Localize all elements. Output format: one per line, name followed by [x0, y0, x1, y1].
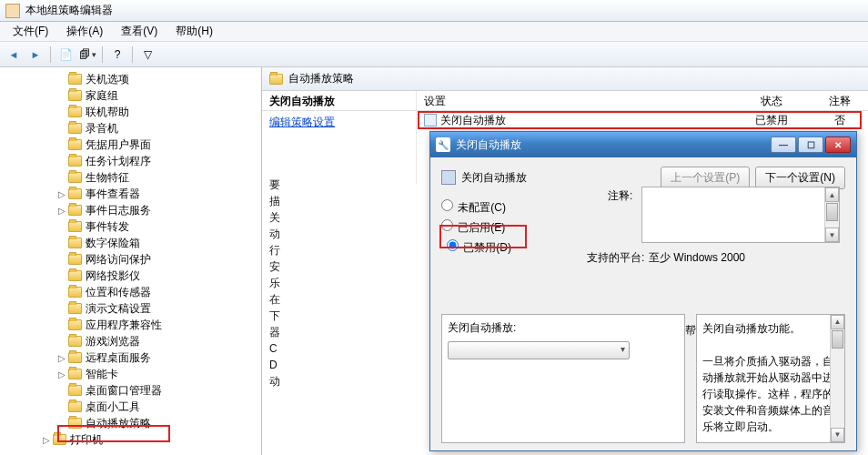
platform-label: 支持的平台:	[587, 250, 644, 266]
menu-view[interactable]: 查看(V)	[112, 22, 167, 41]
tree-item[interactable]: ▷事件查看器	[9, 186, 261, 202]
content-title: 自动播放策略	[288, 71, 354, 86]
minimize-button[interactable]: —	[771, 136, 796, 153]
tree-item[interactable]: ▷事件日志服务	[9, 202, 261, 218]
option-select[interactable]	[448, 341, 630, 359]
menubar: 文件(F) 操作(A) 查看(V) 帮助(H)	[0, 22, 868, 42]
tree-item[interactable]: 网络访问保护	[9, 251, 261, 268]
radio-enabled[interactable]: 已启用(E)	[441, 219, 505, 236]
help-text: 关闭自动播放功能。	[702, 320, 839, 337]
help-button[interactable]: ?	[107, 45, 127, 65]
policy-icon	[441, 170, 456, 185]
tree-item[interactable]: 游戏浏览器	[9, 333, 261, 349]
dialog-titlebar[interactable]: 关闭自动播放 — ☐ ✕	[430, 132, 856, 157]
comment-textarea[interactable]: ▲▼	[641, 187, 840, 243]
toolbar: 📄 🗐 ? ▽	[0, 42, 868, 67]
tree-pane: 关机选项家庭组联机帮助录音机凭据用户界面任务计划程序生物特征▷事件查看器▷事件日…	[0, 67, 262, 455]
menu-file[interactable]: 文件(F)	[4, 22, 57, 41]
comment-label: 注释:	[608, 188, 632, 204]
radio-disabled[interactable]: 已禁用(D)	[441, 237, 517, 258]
tree-item[interactable]: 录音机	[9, 120, 261, 136]
tree-item[interactable]: 自动播放策略	[9, 415, 261, 431]
separator	[50, 46, 51, 63]
edit-policy-link[interactable]: 编辑策略设置	[262, 111, 416, 131]
menu-help[interactable]: 帮助(H)	[167, 22, 222, 41]
tree-item[interactable]: ▷远程桌面服务	[9, 349, 261, 366]
col-setting[interactable]: 设置	[417, 91, 726, 110]
tree-item[interactable]: 桌面小工具	[9, 399, 261, 415]
policy-dialog: 关闭自动播放 — ☐ ✕ 关闭自动播放 上一个设置(P) 下一个设置(N) 未配…	[429, 131, 857, 451]
window-title: 本地组策略编辑器	[25, 3, 113, 18]
dialog-icon	[436, 137, 450, 152]
content-header: 自动播放策略	[262, 67, 868, 91]
help-text: 一旦将介质插入驱动器，自动播放就开始从驱动器中进行读取操作。这样，程序的安装文件…	[702, 353, 839, 435]
prev-setting-button[interactable]: 上一个设置(P)	[661, 167, 750, 189]
maximize-button[interactable]: ☐	[798, 136, 823, 153]
close-button[interactable]: ✕	[825, 136, 851, 153]
filter-button[interactable]: ▽	[137, 45, 157, 65]
next-setting-button[interactable]: 下一个设置(N)	[755, 167, 845, 189]
separator	[132, 46, 133, 63]
platform-value: 至少 Windows 2000	[649, 250, 745, 266]
folder-icon	[269, 74, 283, 85]
col-note[interactable]: 注释	[817, 91, 863, 110]
dialog-title: 关闭自动播放	[456, 137, 521, 153]
option-heading: 关闭自动播放:	[448, 320, 679, 336]
col-state[interactable]: 状态	[726, 91, 817, 110]
help-panel: 关闭自动播放功能。 一旦将介质插入驱动器，自动播放就开始从驱动器中进行读取操作。…	[696, 314, 845, 443]
tree-item[interactable]: 应用程序兼容性	[9, 317, 261, 333]
truncated-side-text: 要描关动行安乐在下器CD动	[269, 177, 284, 389]
tree-item[interactable]: 网络投影仪	[9, 268, 261, 284]
tree-item[interactable]: 生物特征	[9, 169, 261, 186]
tree-item[interactable]: ▷打印机	[9, 431, 261, 448]
tree-item[interactable]: 数字保险箱	[9, 235, 261, 251]
tree-item[interactable]: 凭据用户界面	[9, 136, 261, 153]
tree-item[interactable]: 桌面窗口管理器	[9, 382, 261, 399]
tree-item[interactable]: 位置和传感器	[9, 284, 261, 300]
radio-unconfigured[interactable]: 未配置(C)	[441, 199, 506, 216]
back-button[interactable]	[4, 45, 24, 65]
column-headers: 关闭自动播放 设置 状态 注释	[262, 91, 868, 111]
tree-item[interactable]: 联机帮助	[9, 104, 261, 120]
options-button[interactable]: 🗐	[77, 45, 97, 65]
menu-action[interactable]: 操作(A)	[57, 22, 112, 41]
policy-row[interactable]: 关闭自动播放已禁用否	[417, 111, 868, 129]
up-button[interactable]: 📄	[56, 45, 76, 65]
options-panel: 关闭自动播放:	[441, 314, 685, 443]
tree-item[interactable]: 家庭组	[9, 87, 261, 104]
separator	[102, 46, 103, 63]
app-icon	[5, 4, 20, 18]
tree-item[interactable]: 关机选项	[9, 71, 261, 87]
tree-item[interactable]: 事件转发	[9, 218, 261, 235]
left-col-title: 关闭自动播放	[262, 91, 417, 110]
forward-button[interactable]	[25, 45, 45, 65]
tree-item[interactable]: ▷智能卡	[9, 366, 261, 382]
dialog-subtitle: 关闭自动播放	[461, 170, 527, 186]
tree-item[interactable]: 任务计划程序	[9, 153, 261, 169]
window-titlebar: 本地组策略编辑器	[0, 0, 868, 22]
tree-item[interactable]: 演示文稿设置	[9, 300, 261, 317]
